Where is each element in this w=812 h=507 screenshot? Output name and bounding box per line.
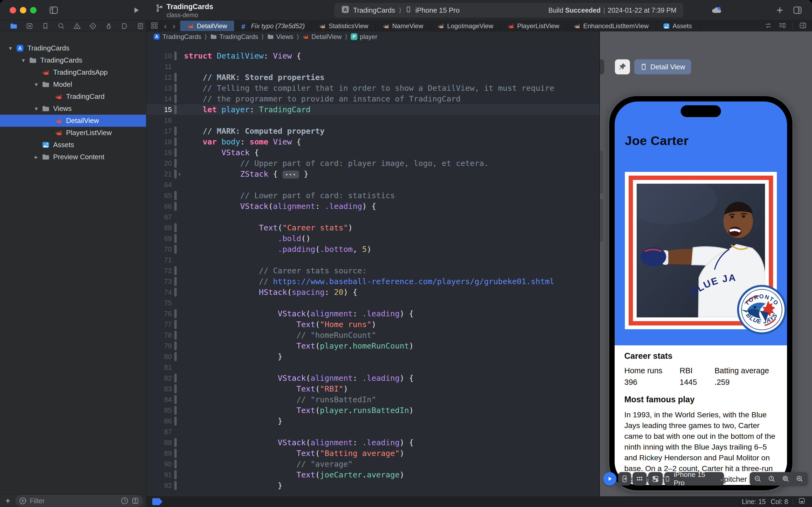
code-line-19[interactable]: 19 VStack { — [147, 147, 599, 158]
navigator-tab-reports[interactable] — [136, 22, 144, 30]
sidebar-item-assets[interactable]: Assets — [0, 139, 146, 151]
code-line-14[interactable]: 14 // the programmer to provide an insta… — [147, 94, 599, 104]
toggle-right-sidebar-icon[interactable] — [793, 5, 802, 16]
editor-mode-icon[interactable] — [798, 497, 806, 506]
sidebar-item-preview-content[interactable]: ▸Preview Content — [0, 151, 146, 163]
sidebar-item-playerlistview[interactable]: PlayerListView — [0, 127, 146, 139]
disclosure-chevron-icon[interactable]: ▾ — [33, 81, 40, 88]
breadcrumb-item-player[interactable]: Pplayer — [351, 33, 377, 41]
code-line-65[interactable]: 65 // Lower part of card: statistics — [147, 190, 599, 201]
code-line-75[interactable]: 75 — [147, 297, 599, 308]
code-line-90[interactable]: 90 // "average" — [147, 459, 599, 469]
filter-field[interactable]: Filter — [15, 495, 143, 506]
tab-fix-typo-73e5d52-[interactable]: #Fix typo (73e5d52) — [234, 21, 312, 31]
code-line-82[interactable]: 82 VStack(alignment: .leading) { — [147, 373, 599, 384]
navigator-tab-debug[interactable] — [105, 22, 113, 30]
code-line-80[interactable]: 80 } — [147, 351, 599, 362]
code-line-15[interactable]: 15 let player: TradingCard — [147, 104, 599, 115]
code-fold-chip[interactable]: ••• — [283, 171, 299, 179]
preview-name-chip[interactable]: Detail View — [634, 59, 691, 74]
preview-variants-button[interactable] — [633, 472, 647, 486]
disclosure-chevron-icon[interactable]: ▾ — [20, 57, 27, 64]
code-line-11[interactable]: 11 — [147, 61, 599, 72]
tab-enhancedlistitemview[interactable]: EnhancedListItemView — [567, 21, 656, 31]
code-line-85[interactable]: 85 Text(player.runsBattedIn) — [147, 405, 599, 416]
code-line-81[interactable]: 81 — [147, 362, 599, 373]
back-icon[interactable]: ‹ — [164, 22, 167, 30]
code-line-88[interactable]: 88 VStack(alignment: .leading) { — [147, 437, 599, 448]
scheme-name[interactable]: TradingCards — [353, 6, 395, 14]
tab-logoimageview[interactable]: LogoImageView — [430, 21, 501, 31]
code-line-83[interactable]: 83 Text("RBI") — [147, 384, 599, 394]
add-editor-icon[interactable] — [799, 22, 807, 30]
code-line-21[interactable]: 21› ZStack { ••• } — [147, 169, 599, 179]
breadcrumb-item-detailview[interactable]: DetailView — [302, 33, 342, 41]
run-button[interactable] — [132, 6, 140, 15]
breadcrumb-item-tradingcards[interactable]: ATradingCards — [153, 33, 201, 41]
code-line-69[interactable]: 69 .bold() — [147, 233, 599, 244]
breadcrumb-item-tradingcards[interactable]: TradingCards — [210, 33, 258, 41]
tab-nameview[interactable]: NameView — [375, 21, 431, 31]
live-preview-button[interactable] — [603, 472, 617, 486]
zoom-out-icon[interactable] — [754, 475, 762, 483]
code-line-67[interactable]: 67 — [147, 212, 599, 222]
code-line-84[interactable]: 84 // "runsBattedIn" — [147, 394, 599, 405]
sidebar-item-tradingcardsapp[interactable]: TradingCardsApp — [0, 66, 146, 78]
pin-preview-button[interactable] — [615, 59, 630, 74]
app-screen[interactable]: Joe Carter — [615, 102, 787, 485]
code-line-20[interactable]: 20 // Upper part of card: player image, … — [147, 158, 599, 169]
tab-playerlistview[interactable]: PlayerListView — [501, 21, 567, 31]
disclosure-chevron-icon[interactable]: ▸ — [33, 154, 40, 161]
sidebar-item-views[interactable]: ▾Views — [0, 103, 146, 115]
tab-statisticsview[interactable]: StatisticsView — [312, 21, 375, 31]
code-line-92[interactable]: 92 } — [147, 480, 599, 491]
toggle-left-sidebar-icon[interactable] — [49, 5, 59, 16]
navigator-tab-breakpoints[interactable] — [121, 22, 129, 30]
code-line-74[interactable]: 74 HStack(spacing: 20) { — [147, 287, 599, 297]
code-line-89[interactable]: 89 Text("Batting average") — [147, 448, 599, 459]
disclosure-chevron-icon[interactable]: ▾ — [7, 45, 14, 52]
code-line-86[interactable]: 86 } — [147, 416, 599, 427]
sidebar-item-detailview[interactable]: DetailView — [0, 115, 146, 127]
tab-detailview[interactable]: DetailView — [180, 21, 234, 31]
disclosure-chevron-icon[interactable]: ▾ — [33, 105, 40, 112]
add-tab-icon[interactable] — [775, 6, 784, 15]
code-line-18[interactable]: 18 var body: some View { — [147, 136, 599, 147]
add-file-button[interactable]: + — [5, 496, 10, 506]
source-control-filter-icon[interactable] — [131, 497, 139, 505]
close-window-button[interactable] — [10, 7, 16, 13]
recent-files-clock-icon[interactable] — [121, 497, 129, 505]
breadcrumb-item-views[interactable]: Views — [267, 33, 293, 41]
forward-icon[interactable]: › — [173, 22, 175, 30]
device-selector[interactable]: iPhone 15 Pro ⌄ — [664, 472, 724, 486]
sidebar-item-tradingcard[interactable]: TradingCard — [0, 91, 146, 103]
navigator-tab-find[interactable] — [57, 22, 65, 30]
swap-editor-icon[interactable] — [764, 22, 772, 30]
code-line-79[interactable]: 79 Text(player.homeRunCount) — [147, 340, 599, 351]
code-line-72[interactable]: 72 // Career stats source: — [147, 265, 599, 276]
editor-options-icon[interactable] — [778, 22, 786, 30]
zoom-fit-icon[interactable] — [781, 475, 790, 483]
code-line-12[interactable]: 12 // MARK: Stored properties — [147, 72, 599, 83]
code-line-76[interactable]: 76 VStack(alignment: .leading) { — [147, 308, 599, 319]
code-line-13[interactable]: 13 // Telling the compiler that in order… — [147, 83, 599, 94]
code-line-64[interactable]: 64 — [147, 179, 599, 190]
navigator-tab-issues[interactable] — [73, 22, 81, 30]
navigator-tab-source-control[interactable] — [25, 22, 34, 30]
code-line-70[interactable]: 70 .padding(.bottom, 5) — [147, 244, 599, 255]
tab-assets[interactable]: Assets — [656, 21, 699, 31]
code-line-78[interactable]: 78 // "homeRunCount" — [147, 330, 599, 340]
code-line-16[interactable]: 16 — [147, 115, 599, 126]
zoom-100-icon[interactable] — [768, 475, 776, 483]
code-line-10[interactable]: 10struct DetailView: View { — [147, 51, 599, 61]
fold-indicator-icon[interactable]: › — [177, 169, 181, 179]
related-items-icon[interactable] — [151, 22, 158, 30]
scheme-selector[interactable]: A TradingCards ⟩ iPhone 15 Pro Build Suc… — [334, 3, 683, 17]
code-line-66[interactable]: 66 VStack(alignment: .leading) { — [147, 201, 599, 212]
code-line-73[interactable]: 73 // https://www.baseball-reference.com… — [147, 276, 599, 287]
navigator-tab-project-navigator[interactable] — [10, 22, 18, 30]
navigator-tab-tests[interactable] — [89, 22, 97, 30]
preview-on-device-button[interactable] — [618, 472, 631, 486]
code-line-17[interactable]: 17 // MARK: Computed property — [147, 126, 599, 136]
code-line-87[interactable]: 87 — [147, 427, 599, 437]
